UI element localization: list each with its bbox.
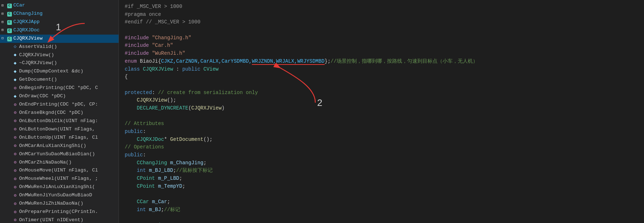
code-line-18: CJQRXJDoc* GetDocument();: [125, 136, 638, 144]
code-editor[interactable]: #if _MSC_VER > 1000#pragma once#endif //…: [119, 0, 644, 223]
tree-item-onmwurenjian[interactable]: ⚙OnMWuRenJiAnLuXianXingShi(: [0, 183, 119, 191]
code-line-22: int m_BJ_LBD;//鼠标按下标记: [125, 167, 638, 175]
item-icon-cjqrxjview: C: [6, 36, 12, 41]
tree-item-onendprinting[interactable]: ⚙OnEndPrinting(CDC *pDC, CP:: [0, 101, 119, 109]
code-line-23: CPoint m_P_LBD;: [125, 175, 638, 183]
code-line-3: #endif // _MSC_VER > 1000: [125, 18, 638, 26]
code-line-7: #include "WuRenJi.h": [125, 50, 638, 58]
tree-item-onmcarzhi[interactable]: ⚙OnMCarZhiNaDaoNa(): [0, 159, 119, 167]
item-label-cjqrxjdoc: CJQRXJDoc: [13, 27, 40, 34]
item-label-cchangjing: CChangJing: [13, 10, 43, 18]
code-line-6: #include "Car.h": [125, 42, 638, 50]
code-line-26: CCar m_Car;: [125, 198, 638, 206]
tree-item-cjqrxjdoc[interactable]: ⊞CCJQRXJDoc: [0, 26, 119, 35]
tree-item-cjqrxjapp[interactable]: ⊞CCJQRXJApp: [0, 18, 119, 26]
code-line-9: class CJQRXJView : public CView: [125, 66, 638, 73]
tree-item-onmousemove[interactable]: ⚙OnMouseMove(UINT nFlags, Cl: [0, 166, 119, 175]
item-icon-getdocument: ◆: [12, 77, 18, 83]
tree-item-onbeginprinting[interactable]: ⚙OnBeginPrinting(CDC *pDC, C: [0, 84, 119, 92]
code-line-13: CJQRXJView();: [125, 97, 638, 104]
tree-item-ondraw[interactable]: ◆OnDraw(CDC *pDC): [0, 92, 119, 101]
code-line-15: [125, 112, 638, 120]
item-label-ondraw: OnDraw(CDC *pDC): [19, 93, 66, 100]
tree-item-dump[interactable]: ◆Dump(CDumpContext &dc): [0, 67, 119, 76]
tree-item-onlbuttonup[interactable]: ⚙OnLButtonUp(UINT nFlags, Cl: [0, 134, 119, 142]
tree-item-ccar[interactable]: ⊞CCCar: [0, 1, 119, 10]
tree-item-onmousewheel[interactable]: ⚙OnMouseWheel(UINT nFlags, ;: [0, 175, 119, 183]
item-icon-onmousewheel: ⚙: [12, 176, 18, 182]
tree-item-cchangjing[interactable]: ⊞CCChangJing: [0, 10, 119, 18]
item-label-onmcaryunsu: OnMCarYunSuDaoMuBiaoDian(): [19, 151, 95, 158]
code-line-8: enum BiaoJi{CJKZ,CarZNDN,CarALX,CarYSDMB…: [125, 58, 638, 66]
item-label-onendprinting: OnEndPrinting(CDC *pDC, CP:: [19, 101, 98, 108]
code-line-1: #if _MSC_VER > 1000: [125, 3, 638, 11]
tree-item-onmwurenjizhi[interactable]: ⚙OnMWuRenJiZhiNaDaoNa(): [0, 200, 119, 208]
tree-item-onmcaryunsu[interactable]: ⚙OnMCarYunSuDaoMuBiaoDian(): [0, 150, 119, 159]
item-icon-onmwurenjiyun: ⚙: [12, 193, 18, 199]
item-icon-onmwurenjizhi: ⚙: [12, 201, 18, 207]
code-line-28: [125, 214, 638, 222]
item-icon-onprepareprinting: ⚙: [12, 209, 18, 215]
item-label-onlbuttondown: OnLButtonDown(UINT nFlags,: [19, 126, 95, 133]
tree-item-ontimer[interactable]: ⚙OnTimer(UINT nIDEvent): [0, 216, 119, 223]
item-label-cjqrxjview-dtor: ~CJQRXJView(): [19, 59, 57, 67]
item-label-ontimer: OnTimer(UINT nIDEvent): [19, 217, 83, 223]
tree-item-onprepareprinting[interactable]: ⚙OnPreparePrinting(CPrintIn.: [0, 208, 119, 216]
code-line-14: DECLARE_DYNCREATE(CJQRXJView): [125, 104, 638, 112]
expand-icon-cjqrxjdoc[interactable]: ⊞: [1, 27, 6, 33]
tree-item-cjqrxjview-ctor[interactable]: ◆CJQRXJView(): [0, 51, 119, 59]
item-icon-onerasebkgnd: ⚙: [12, 110, 18, 116]
item-icon-onbeginprinting: ⚙: [12, 85, 18, 91]
expand-icon-cjqrxjview[interactable]: ⊟: [1, 36, 6, 41]
expand-icon-cjqrxjapp[interactable]: ⊞: [1, 19, 6, 25]
item-label-onmcarzhi: OnMCarZhiNaDaoNa(): [19, 159, 72, 166]
item-label-assertvalid: AssertValid(): [19, 43, 57, 51]
code-line-16: // Attributes: [125, 120, 638, 128]
code-line-4: [125, 26, 638, 34]
item-label-onmwurenjizhi: OnMWuRenJiZhiNaDaoNa(): [19, 200, 83, 208]
code-line-27: int m_BJ;//标记: [125, 206, 638, 214]
item-label-onmwurenjiyun: OnMWuRenJiYunSuDaoMuBiaoD: [19, 192, 92, 199]
item-icon-onmousemove: ⚙: [12, 168, 18, 174]
tree-item-getdocument[interactable]: ◆GetDocument(): [0, 76, 119, 84]
tree-item-cjqrxjview-dtor[interactable]: ◆~CJQRXJView(): [0, 59, 119, 67]
item-label-onlbuttondblclk: OnLButtonDblClk(UINT nFlag:: [19, 117, 98, 125]
item-icon-cjqrxjview-ctor: ◆: [12, 52, 18, 58]
item-icon-cjqrxjapp: C: [6, 19, 12, 25]
item-icon-cjqrxjview-dtor: ◆: [12, 61, 18, 66]
tree-item-onerasebkgnd[interactable]: ⚙OnEraseBkgnd(CDC *pDC): [0, 109, 119, 117]
code-line-12: protected: // create from serialization …: [125, 89, 638, 97]
item-label-onmwurenjian: OnMWuRenJiAnLuXianXingShi(: [19, 183, 95, 191]
class-browser[interactable]: ⊞CCCar⊞CCChangJing⊞CCJQRXJApp⊞CCJQRXJDoc…: [0, 0, 119, 223]
item-label-onbeginprinting: OnBeginPrinting(CDC *pDC, C: [19, 84, 98, 92]
item-label-cjqrxjview: CJQRXJView: [13, 35, 43, 43]
item-icon-onendprinting: ⚙: [12, 102, 18, 108]
tree-item-onmwurenjiyun[interactable]: ⚙OnMWuRenJiYunSuDaoMuBiaoD: [0, 191, 119, 200]
item-icon-onlbuttondown: ⚙: [12, 126, 18, 132]
item-label-onerasebkgnd: OnEraseBkgnd(CDC *pDC): [19, 109, 83, 117]
tree-item-onmcaranlu[interactable]: ⚙OnMCarAnLuXianXingShi(): [0, 142, 119, 150]
code-line-17: public:: [125, 128, 638, 136]
tree-item-onlbuttondblclk[interactable]: ⚙OnLButtonDblClk(UINT nFlag:: [0, 117, 119, 125]
code-area: #if _MSC_VER > 1000#pragma once#endif //…: [119, 3, 644, 223]
item-icon-cchangjing: C: [6, 11, 12, 17]
code-line-21: CChangJing m_ChangJing;: [125, 159, 638, 167]
item-icon-ontimer: ⚙: [12, 217, 18, 223]
code-line-29: CWuRenJi m_WRJ;: [125, 222, 638, 223]
item-icon-onmcaryunsu: ⚙: [12, 151, 18, 157]
tree-item-cjqrxjview[interactable]: ⊟CCJQRXJView: [0, 35, 119, 43]
item-icon-onlbuttonup: ⚙: [12, 135, 18, 141]
code-line-10: {: [125, 73, 638, 81]
code-line-11: [125, 81, 638, 89]
item-label-onprepareprinting: OnPreparePrinting(CPrintIn.: [19, 208, 98, 216]
item-icon-onmcarzhi: ⚙: [12, 160, 18, 165]
tree-item-onlbuttondown[interactable]: ⚙OnLButtonDown(UINT nFlags,: [0, 125, 119, 134]
item-label-getdocument: GetDocument(): [19, 76, 57, 84]
tree-item-assertvalid[interactable]: ◇AssertValid(): [0, 43, 119, 51]
code-line-20: public:: [125, 151, 638, 159]
item-icon-ondraw: ◆: [12, 94, 18, 99]
item-icon-dump: ◆: [12, 69, 18, 75]
code-line-25: [125, 191, 638, 199]
expand-icon-ccar[interactable]: ⊞: [1, 3, 6, 9]
expand-icon-cchangjing[interactable]: ⊞: [1, 11, 6, 17]
